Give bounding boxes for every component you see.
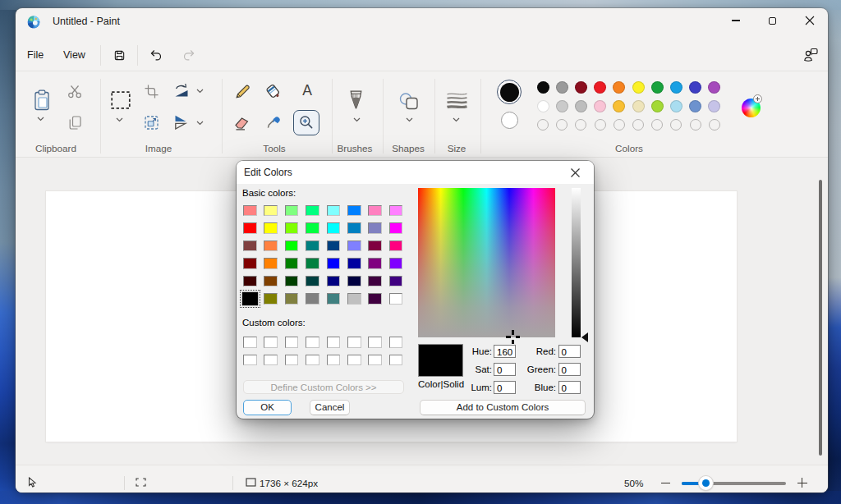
minimize-button[interactable] <box>717 8 754 33</box>
palette-color-swatch[interactable] <box>708 81 720 94</box>
fill-tool-button[interactable] <box>265 84 282 99</box>
blue-field[interactable]: 0 <box>558 381 581 394</box>
custom-color-swatch[interactable] <box>327 337 341 348</box>
custom-color-swatch[interactable] <box>264 355 278 366</box>
palette-color-swatch[interactable] <box>556 81 568 94</box>
edit-colors-plus-icon[interactable] <box>753 94 762 103</box>
basic-color-swatch[interactable] <box>347 293 361 305</box>
redo-button[interactable] <box>183 49 195 62</box>
palette-empty-slot[interactable] <box>614 119 625 131</box>
custom-color-swatch[interactable] <box>285 355 299 366</box>
custom-color-swatch[interactable] <box>347 337 361 348</box>
basic-color-swatch[interactable] <box>264 276 278 287</box>
custom-color-swatch[interactable] <box>347 355 361 366</box>
palette-color-swatch[interactable] <box>613 100 625 112</box>
basic-color-swatch[interactable] <box>243 205 257 217</box>
custom-color-swatch[interactable] <box>306 337 319 348</box>
basic-color-swatch[interactable] <box>389 241 403 252</box>
basic-color-swatch[interactable] <box>389 222 403 234</box>
custom-color-swatch[interactable] <box>327 355 341 366</box>
zoom-out-button[interactable] <box>661 483 670 484</box>
basic-color-swatch[interactable] <box>327 258 341 269</box>
color-picker-tool-button[interactable] <box>266 114 282 130</box>
palette-color-swatch[interactable] <box>632 100 645 112</box>
custom-color-swatch[interactable] <box>243 355 257 366</box>
basic-color-swatch[interactable] <box>368 293 382 305</box>
palette-color-swatch[interactable] <box>708 100 720 112</box>
shapes-button[interactable] <box>399 93 418 110</box>
basic-color-swatch[interactable] <box>327 222 341 234</box>
custom-color-swatch[interactable] <box>368 337 382 348</box>
custom-color-swatch[interactable] <box>243 337 257 348</box>
palette-empty-slot[interactable] <box>651 119 663 131</box>
basic-color-swatch[interactable] <box>243 241 257 252</box>
paste-dropdown-chevron[interactable] <box>37 117 44 121</box>
basic-color-swatch[interactable] <box>243 258 257 269</box>
basic-color-swatch[interactable] <box>243 276 257 287</box>
palette-color-swatch[interactable] <box>537 81 549 94</box>
luminance-bar[interactable] <box>572 188 581 337</box>
basic-color-swatch[interactable] <box>285 276 299 287</box>
luminance-arrow[interactable] <box>581 332 588 342</box>
basic-color-swatch[interactable] <box>306 222 319 234</box>
basic-color-swatch[interactable] <box>347 222 361 234</box>
basic-color-swatch[interactable] <box>389 258 403 269</box>
add-to-custom-colors-button[interactable]: Add to Custom Colors <box>420 400 586 415</box>
palette-color-swatch[interactable] <box>689 100 701 112</box>
custom-color-swatch[interactable] <box>368 355 382 366</box>
brushes-dropdown-chevron[interactable] <box>353 117 361 122</box>
pencil-tool-button[interactable] <box>235 84 250 99</box>
basic-color-swatch[interactable] <box>327 205 341 217</box>
menu-file[interactable]: File <box>27 49 44 61</box>
crop-button[interactable] <box>145 85 159 99</box>
basic-color-swatch[interactable] <box>368 276 382 287</box>
text-tool-button[interactable]: A <box>300 83 315 99</box>
palette-color-swatch[interactable] <box>575 100 587 112</box>
palette-color-swatch[interactable] <box>613 81 625 94</box>
eraser-tool-button[interactable] <box>234 116 250 131</box>
custom-color-swatch[interactable] <box>389 355 403 366</box>
palette-empty-slot[interactable] <box>575 119 586 131</box>
basic-color-swatch[interactable] <box>285 241 299 252</box>
palette-empty-slot[interactable] <box>670 119 682 131</box>
zoom-slider-thumb[interactable] <box>699 476 713 490</box>
basic-color-swatch[interactable] <box>243 222 257 234</box>
cut-button[interactable] <box>67 85 82 99</box>
basic-color-swatch[interactable] <box>368 205 382 217</box>
cancel-button[interactable]: Cancel <box>310 400 350 415</box>
settings-button[interactable] <box>803 47 816 59</box>
basic-color-swatch[interactable] <box>368 222 382 234</box>
palette-empty-slot[interactable] <box>556 119 568 131</box>
basic-color-swatch[interactable] <box>285 205 299 217</box>
foreground-color-well[interactable] <box>497 80 522 104</box>
basic-color-swatch[interactable] <box>264 205 278 217</box>
hue-saturation-field[interactable] <box>418 188 555 337</box>
brushes-button[interactable] <box>349 90 363 110</box>
paste-button[interactable] <box>33 89 51 112</box>
basic-color-swatch[interactable] <box>306 276 319 287</box>
basic-color-swatch[interactable] <box>368 258 382 269</box>
basic-color-swatch[interactable] <box>327 276 341 287</box>
palette-empty-slot[interactable] <box>632 119 644 131</box>
palette-color-swatch[interactable] <box>689 81 701 94</box>
basic-color-swatch[interactable] <box>327 293 341 305</box>
palette-color-swatch[interactable] <box>651 100 664 112</box>
undo-button[interactable] <box>149 49 162 62</box>
basic-color-swatch[interactable] <box>306 241 319 252</box>
rotate-dropdown-chevron[interactable] <box>196 89 204 94</box>
close-button[interactable] <box>791 8 828 33</box>
basic-color-swatch[interactable] <box>306 258 319 269</box>
palette-color-swatch[interactable] <box>651 81 664 94</box>
flip-button[interactable] <box>174 115 190 130</box>
save-button[interactable] <box>113 49 126 62</box>
select-button[interactable] <box>111 91 131 109</box>
palette-color-swatch[interactable] <box>670 100 682 112</box>
basic-color-swatch[interactable] <box>306 293 319 305</box>
basic-color-swatch[interactable] <box>264 222 278 234</box>
basic-color-swatch[interactable] <box>306 205 319 217</box>
dialog-close-button[interactable] <box>561 161 589 184</box>
palette-color-swatch[interactable] <box>670 81 682 94</box>
green-field[interactable]: 0 <box>558 363 581 376</box>
ok-button[interactable]: OK <box>243 400 292 415</box>
basic-color-swatch[interactable] <box>327 241 341 252</box>
